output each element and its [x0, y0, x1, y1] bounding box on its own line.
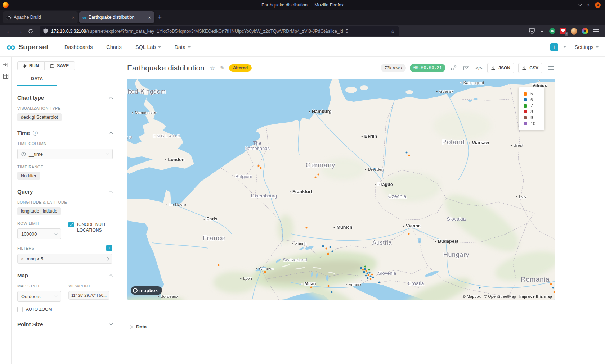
expand-panel-icon[interactable]	[3, 62, 9, 68]
row-limit-value: 100000	[21, 231, 37, 237]
tab-earthquake-distribution[interactable]: ∞ Earthquake distribution ×	[79, 11, 154, 23]
row-limit-select[interactable]: 100000	[17, 228, 61, 239]
chevron-up-icon	[109, 132, 113, 136]
attribution-improve-link[interactable]: Improve this map	[519, 294, 552, 299]
section-map: Map MAP STYLE Outdoors AUTO ZOOM VIE	[17, 272, 112, 313]
altered-badge[interactable]: Altered	[229, 64, 252, 72]
download-icon	[522, 66, 526, 70]
more-options-icon[interactable]	[546, 64, 555, 72]
chevron-right-icon	[106, 257, 109, 261]
new-item-button[interactable]: +	[550, 43, 558, 51]
deckgl-map[interactable]: United KingdomManchesterENGLANDESLondonL…	[127, 79, 555, 300]
section-header-query[interactable]: Query	[17, 188, 112, 195]
map-style-value: Outdoors	[21, 294, 40, 299]
legend-item: 10	[524, 121, 544, 127]
superset-brand[interactable]: Superset	[18, 43, 49, 51]
edit-pencil-icon[interactable]: ✎	[220, 65, 225, 71]
export-csv-button[interactable]: .CSV	[518, 63, 542, 73]
downloads-icon[interactable]	[539, 28, 544, 34]
panel-resize-handle[interactable]	[127, 311, 555, 313]
mapbox-logo[interactable]: mapbox	[131, 286, 162, 295]
time-column-select[interactable]: __time	[17, 149, 113, 159]
legend-label: 7	[530, 103, 533, 108]
dataset-grid-icon[interactable]	[3, 73, 9, 79]
legend-item: 7	[524, 103, 544, 109]
export-json-button[interactable]: .JSON	[487, 63, 514, 73]
map-style-label: MAP STYLE	[17, 284, 61, 288]
remove-filter-icon[interactable]: ×	[21, 256, 24, 261]
legend-item: 6	[524, 97, 544, 103]
chevron-down-icon	[54, 232, 58, 235]
nav-item-dashboards[interactable]: Dashboards	[64, 44, 93, 50]
settings-menu[interactable]: Settings	[575, 44, 599, 50]
section-header-point-size[interactable]: Point Size	[17, 321, 112, 327]
bookmark-star-icon[interactable]: ☆	[387, 28, 395, 34]
data-panel-toggle[interactable]: Data	[127, 324, 555, 329]
pocket-icon[interactable]	[529, 28, 535, 34]
section-title: Chart type	[17, 95, 44, 101]
nav-item-data[interactable]: Data	[175, 44, 191, 50]
extension-icon-green[interactable]	[549, 28, 555, 34]
attribution-openstreetmap[interactable]: © OpenStreetMap	[484, 294, 516, 299]
legend-swatch	[524, 92, 527, 96]
legend-item: 9	[524, 115, 544, 121]
reload-button[interactable]	[25, 27, 36, 36]
email-icon[interactable]	[462, 64, 471, 72]
new-tab-button[interactable]: +	[158, 13, 162, 21]
forward-button[interactable]: →	[14, 27, 25, 36]
section-header-map[interactable]: Map	[17, 272, 112, 278]
share-link-icon[interactable]	[449, 64, 458, 72]
time-range-chip[interactable]: No filter	[17, 172, 40, 180]
embed-code-icon[interactable]: </>	[475, 64, 483, 72]
save-button[interactable]: SAVE	[44, 61, 75, 70]
section-header-chart-type[interactable]: Chart type	[17, 95, 112, 101]
reload-icon	[28, 29, 33, 34]
tab-data[interactable]: DATA	[17, 76, 57, 86]
window-maximize-icon[interactable]: ◇	[587, 3, 590, 7]
account-avatar[interactable]	[571, 28, 577, 35]
tab-apache-druid[interactable]: Apache Druid ×	[3, 11, 78, 23]
legend-label: 10	[530, 121, 535, 126]
back-button[interactable]: ←	[4, 27, 14, 36]
viewport-value[interactable]: 11° 28' 29.70" | 50...	[68, 291, 109, 300]
collapsed-datasource-strip	[0, 57, 12, 364]
chevron-down-icon	[596, 46, 599, 48]
ublock-origin-icon[interactable]: 2	[560, 28, 566, 34]
info-icon[interactable]: i	[33, 131, 38, 136]
favorite-star-icon[interactable]: ☆	[210, 64, 215, 72]
window-minimize-icon[interactable]	[578, 2, 582, 6]
chevron-up-icon	[109, 190, 113, 194]
superset-logo-icon[interactable]: ∞	[6, 42, 15, 52]
chevron-right-icon	[129, 325, 133, 329]
tab-close-icon[interactable]: ×	[148, 15, 151, 20]
control-panel: RUN SAVE DATA Chart type VISUALIZATION T…	[12, 57, 118, 364]
lonlat-chip[interactable]: longitude | latitude	[17, 207, 61, 215]
extension-icon-pinwheel[interactable]	[582, 28, 588, 34]
tab-close-icon[interactable]: ×	[72, 15, 75, 20]
nav-item-charts[interactable]: Charts	[106, 44, 122, 50]
tab-bar: Apache Druid × ∞ Earthquake distribution…	[0, 10, 605, 25]
main-nav: DashboardsChartsSQL LabData	[64, 44, 204, 50]
url-bar[interactable]: 172.18.0.3:32108/superset/explore/?form_…	[40, 26, 399, 36]
section-time: Time i TIME COLUMN __time TIME RANGE No …	[17, 130, 112, 180]
chevron-down-icon	[109, 321, 113, 325]
tracking-protection-shield-icon[interactable]	[43, 28, 48, 34]
auto-zoom-label: AUTO ZOOM	[26, 307, 52, 313]
time-column-value: __time	[29, 151, 43, 157]
attribution-mapbox[interactable]: © Mapbox	[463, 294, 481, 299]
map-style-select[interactable]: Outdoors	[17, 291, 61, 302]
tab-title: Earthquake distribution	[89, 15, 135, 20]
section-header-time[interactable]: Time i	[17, 130, 112, 136]
nav-item-sql-lab[interactable]: SQL Lab	[135, 44, 161, 50]
filter-chip[interactable]: × mag > 5	[17, 254, 112, 264]
legend-label: 9	[530, 115, 533, 120]
add-filter-button[interactable]: +	[106, 245, 112, 251]
legend-label: 6	[530, 97, 533, 103]
window-close-icon[interactable]: ×	[595, 2, 601, 8]
run-button[interactable]: RUN	[17, 61, 45, 70]
auto-zoom-checkbox[interactable]	[17, 307, 23, 312]
viz-type-chip[interactable]: deck.gl Scatterplot	[17, 113, 62, 121]
ignore-null-checkbox[interactable]	[68, 222, 74, 227]
time-range-label: TIME RANGE	[17, 165, 112, 169]
menu-icon[interactable]	[593, 31, 599, 32]
